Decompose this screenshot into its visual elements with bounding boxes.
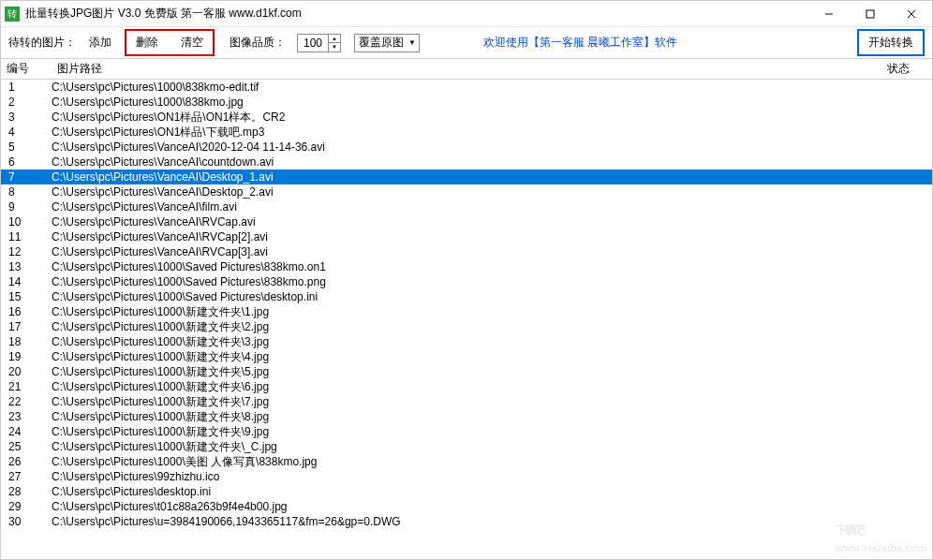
cell-num: 4: [1, 125, 52, 140]
table-row[interactable]: 30C:\Users\pc\Pictures\u=3984190066,1943…: [1, 514, 932, 529]
pending-label: 待转的图片：: [8, 35, 76, 51]
table-row[interactable]: 3C:\Users\pc\Pictures\ON1样品\ON1样本。CR2: [1, 110, 932, 125]
cell-num: 7: [1, 169, 52, 184]
table-row[interactable]: 17C:\Users\pc\Pictures\1000\新建文件夹\2.jpg: [1, 319, 932, 334]
table-row[interactable]: 2C:\Users\pc\Pictures\1000\838kmo.jpg: [1, 95, 932, 110]
table-row[interactable]: 18C:\Users\pc\Pictures\1000\新建文件夹\3.jpg: [1, 334, 932, 349]
cell-path: C:\Users\pc\Pictures\1000\Saved Pictures…: [52, 289, 881, 304]
cell-path: C:\Users\pc\Pictures\1000\新建文件夹\7.jpg: [52, 394, 881, 409]
table-row[interactable]: 14C:\Users\pc\Pictures\1000\Saved Pictur…: [1, 274, 932, 289]
table-row[interactable]: 19C:\Users\pc\Pictures\1000\新建文件夹\4.jpg: [1, 349, 932, 364]
table-row[interactable]: 4C:\Users\pc\Pictures\ON1样品\下载吧.mp3: [1, 125, 932, 140]
table-row[interactable]: 29C:\Users\pc\Pictures\t01c88a263b9f4e4b…: [1, 499, 932, 514]
svg-rect-1: [866, 10, 874, 18]
cell-path: C:\Users\pc\Pictures\1000\838kmo-edit.ti…: [52, 80, 881, 95]
table-row[interactable]: 1C:\Users\pc\Pictures\1000\838kmo-edit.t…: [1, 80, 932, 95]
cell-path: C:\Users\pc\Pictures\99zhizhu.ico: [52, 469, 881, 484]
overwrite-combo[interactable]: 覆盖原图 ▼: [354, 34, 420, 52]
cell-path: C:\Users\pc\Pictures\u=3984190066,194336…: [52, 514, 881, 529]
table-row[interactable]: 10C:\Users\pc\Pictures\VanceAI\RVCap.avi: [1, 214, 932, 229]
table-row[interactable]: 16C:\Users\pc\Pictures\1000\新建文件夹\1.jpg: [1, 304, 932, 319]
cell-path: C:\Users\pc\Pictures\VanceAI\film.avi: [52, 199, 881, 214]
table-row[interactable]: 21C:\Users\pc\Pictures\1000\新建文件夹\6.jpg: [1, 379, 932, 394]
quality-input[interactable]: [298, 35, 328, 52]
cell-path: C:\Users\pc\Pictures\1000\美图 人像写真\838kmo…: [52, 454, 881, 469]
table-row[interactable]: 27C:\Users\pc\Pictures\99zhizhu.ico: [1, 469, 932, 484]
table-row[interactable]: 23C:\Users\pc\Pictures\1000\新建文件夹\8.jpg: [1, 409, 932, 424]
col-header-status[interactable]: 状态: [881, 61, 932, 77]
toolbar: 待转的图片： 添加 删除 清空 图像品质： ▲ ▼ 覆盖原图 ▼ 欢迎使用【第一…: [1, 27, 932, 59]
cell-path: C:\Users\pc\Pictures\VanceAI\Desktop_2.a…: [52, 184, 881, 199]
cell-path: C:\Users\pc\Pictures\1000\Saved Pictures…: [52, 274, 881, 289]
cell-num: 6: [1, 155, 52, 169]
table-row[interactable]: 25C:\Users\pc\Pictures\1000\新建文件夹\_C.jpg: [1, 439, 932, 454]
delete-button[interactable]: 删除: [130, 33, 164, 52]
table-row[interactable]: 5C:\Users\pc\Pictures\VanceAI\2020-12-04…: [1, 140, 932, 155]
table-row[interactable]: 15C:\Users\pc\Pictures\1000\Saved Pictur…: [1, 289, 932, 304]
cell-num: 30: [1, 514, 52, 529]
cell-num: 1: [1, 80, 52, 95]
cell-num: 17: [1, 319, 52, 334]
cell-path: C:\Users\pc\Pictures\VanceAI\Desktop_1.a…: [52, 169, 881, 184]
table-row[interactable]: 24C:\Users\pc\Pictures\1000\新建文件夹\9.jpg: [1, 424, 932, 439]
table-body: 1C:\Users\pc\Pictures\1000\838kmo-edit.t…: [1, 80, 932, 529]
maximize-button[interactable]: [850, 1, 891, 27]
title-bar: 转 批量转换JPG图片 V3.0 免费版 第一客服 www.d1kf.com: [1, 1, 932, 27]
chevron-down-icon: ▼: [406, 38, 419, 47]
cell-path: C:\Users\pc\Pictures\VanceAI\RVCap.avi: [52, 214, 881, 229]
cell-path: C:\Users\pc\Pictures\ON1样品\下载吧.mp3: [52, 125, 881, 140]
quality-spinner[interactable]: ▲ ▼: [297, 34, 341, 52]
close-button[interactable]: [891, 1, 932, 27]
cell-num: 27: [1, 469, 52, 484]
start-convert-button[interactable]: 开始转换: [857, 29, 925, 56]
cell-num: 24: [1, 424, 52, 439]
table-row[interactable]: 9C:\Users\pc\Pictures\VanceAI\film.avi: [1, 199, 932, 214]
cell-num: 15: [1, 289, 52, 304]
spin-down-icon[interactable]: ▼: [329, 43, 340, 52]
cell-path: C:\Users\pc\Pictures\VanceAI\RVCap[2].av…: [52, 229, 881, 244]
cell-path: C:\Users\pc\Pictures\VanceAI\RVCap[3].av…: [52, 244, 881, 259]
table-row[interactable]: 6C:\Users\pc\Pictures\VanceAI\countdown.…: [1, 155, 932, 169]
cell-num: 19: [1, 349, 52, 364]
spin-up-icon[interactable]: ▲: [329, 35, 340, 43]
table-row[interactable]: 28C:\Users\pc\Pictures\desktop.ini: [1, 484, 932, 499]
cell-num: 12: [1, 244, 52, 259]
cell-num: 20: [1, 364, 52, 379]
cell-num: 14: [1, 274, 52, 289]
cell-path: C:\Users\pc\Pictures\1000\新建文件夹\4.jpg: [52, 349, 881, 364]
cell-num: 21: [1, 379, 52, 394]
cell-num: 26: [1, 454, 52, 469]
cell-path: C:\Users\pc\Pictures\1000\新建文件夹\6.jpg: [52, 379, 881, 394]
table-row[interactable]: 20C:\Users\pc\Pictures\1000\新建文件夹\5.jpg: [1, 364, 932, 379]
col-header-path[interactable]: 图片路径: [52, 61, 881, 77]
cell-num: 23: [1, 409, 52, 424]
cell-path: C:\Users\pc\Pictures\1000\新建文件夹\9.jpg: [52, 424, 881, 439]
clear-button[interactable]: 清空: [175, 33, 209, 52]
cell-path: C:\Users\pc\Pictures\1000\新建文件夹\_C.jpg: [52, 439, 881, 454]
table-row[interactable]: 12C:\Users\pc\Pictures\VanceAI\RVCap[3].…: [1, 244, 932, 259]
minimize-button[interactable]: [808, 1, 850, 27]
welcome-text: 欢迎使用【第一客服 晨曦工作室】软件: [483, 35, 677, 51]
cell-num: 11: [1, 229, 52, 244]
cell-path: C:\Users\pc\Pictures\1000\新建文件夹\5.jpg: [52, 364, 881, 379]
col-header-num[interactable]: 编号: [1, 61, 52, 77]
cell-num: 2: [1, 95, 52, 110]
highlight-box: 删除 清空: [125, 29, 215, 56]
cell-path: C:\Users\pc\Pictures\1000\新建文件夹\8.jpg: [52, 409, 881, 424]
cell-num: 22: [1, 394, 52, 409]
table-row[interactable]: 13C:\Users\pc\Pictures\1000\Saved Pictur…: [1, 259, 932, 274]
table-header: 编号 图片路径 状态: [1, 59, 932, 80]
table-row[interactable]: 8C:\Users\pc\Pictures\VanceAI\Desktop_2.…: [1, 184, 932, 199]
add-button[interactable]: 添加: [83, 33, 117, 52]
cell-path: C:\Users\pc\Pictures\ON1样品\ON1样本。CR2: [52, 110, 881, 125]
table-row[interactable]: 22C:\Users\pc\Pictures\1000\新建文件夹\7.jpg: [1, 394, 932, 409]
table-row[interactable]: 11C:\Users\pc\Pictures\VanceAI\RVCap[2].…: [1, 229, 932, 244]
window-title: 批量转换JPG图片 V3.0 免费版 第一客服 www.d1kf.com: [25, 6, 302, 22]
cell-path: C:\Users\pc\Pictures\VanceAI\countdown.a…: [52, 155, 881, 169]
table-row[interactable]: 26C:\Users\pc\Pictures\1000\美图 人像写真\838k…: [1, 454, 932, 469]
table-row[interactable]: 7C:\Users\pc\Pictures\VanceAI\Desktop_1.…: [1, 169, 932, 184]
cell-path: C:\Users\pc\Pictures\1000\838kmo.jpg: [52, 95, 881, 110]
cell-num: 18: [1, 334, 52, 349]
cell-num: 8: [1, 184, 52, 199]
cell-num: 3: [1, 110, 52, 125]
